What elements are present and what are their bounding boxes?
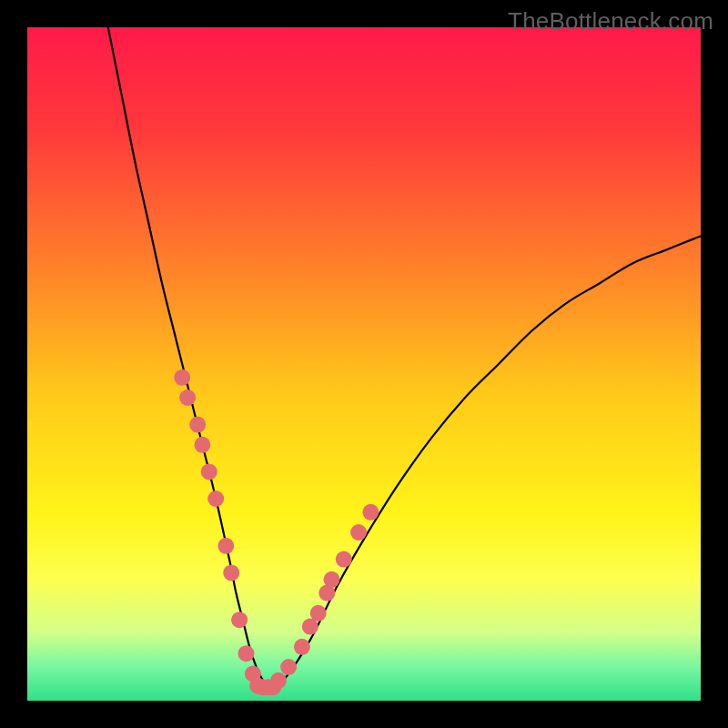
data-dot [362,504,379,521]
data-dot [223,564,239,581]
data-dot [189,417,206,433]
data-dot [238,645,255,662]
data-dot [265,679,281,695]
data-dot [231,612,248,628]
frame: TheBottleneck.com [0,0,728,728]
data-dot [174,369,190,386]
data-dot [280,659,297,675]
data-dots [174,369,379,695]
plot-area [27,27,701,701]
data-dot [336,551,352,568]
data-dot [207,490,224,507]
bottleneck-curve [108,27,701,687]
data-dot [323,571,339,588]
data-dot [217,538,234,554]
data-dot [350,524,367,541]
data-dot [310,605,327,622]
data-dot [201,463,217,480]
data-dot [179,389,196,406]
chart-overlay [27,27,701,701]
data-dot [294,639,310,655]
attribution-text: TheBottleneck.com [508,7,713,35]
data-dot [194,437,210,453]
